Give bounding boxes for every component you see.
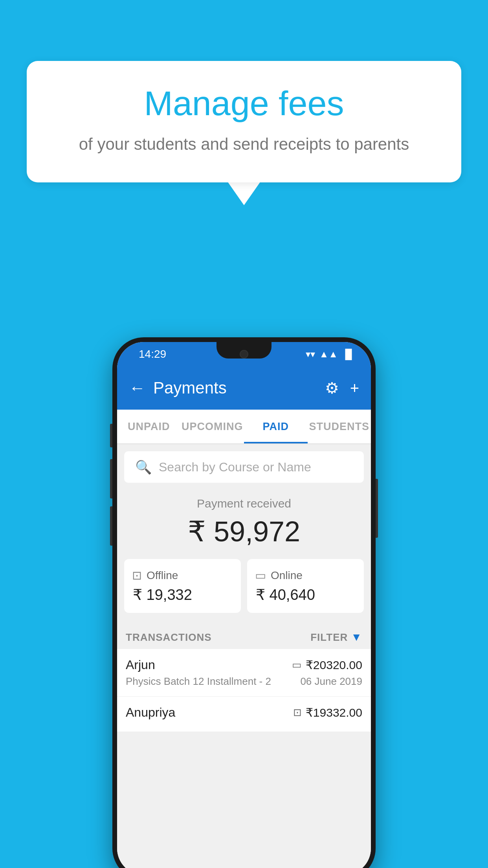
payment-received-label: Payment received xyxy=(124,497,364,510)
online-card-header: ▭ Online xyxy=(255,568,303,582)
transaction-date: 06 June 2019 xyxy=(300,675,362,688)
wifi-icon: ▾▾ xyxy=(306,349,315,360)
search-placeholder: Search by Course or Name xyxy=(159,460,311,474)
online-card: ▭ Online ₹ 40,640 xyxy=(247,559,364,613)
app-bar: ← Payments ⚙ + xyxy=(117,366,371,410)
status-icons: ▾▾ ▲▲ ▐▌ xyxy=(306,349,355,360)
phone-side-btn-volume-down2 xyxy=(110,506,112,546)
transactions-label: TRANSACTIONS xyxy=(126,631,212,644)
transaction-amount: ₹19332.00 xyxy=(306,706,362,719)
transaction-course: Physics Batch 12 Installment - 2 xyxy=(126,675,271,688)
online-amount: ₹ 40,640 xyxy=(255,586,315,603)
speech-bubble-container: Manage fees of your students and send re… xyxy=(27,61,461,205)
transaction-amount-section: ⊡ ₹19332.00 xyxy=(293,706,362,719)
phone-notch xyxy=(216,342,272,359)
payment-amount: ₹ 59,972 xyxy=(124,515,364,548)
offline-label: Offline xyxy=(147,569,178,582)
online-label: Online xyxy=(271,569,303,582)
transactions-header: TRANSACTIONS FILTER ▼ xyxy=(117,622,371,649)
speech-bubble-arrow xyxy=(227,182,261,205)
table-row[interactable]: Arjun ▭ ₹20320.00 Physics Batch 12 Insta… xyxy=(117,649,371,697)
phone-side-btn-volume-down xyxy=(110,459,112,498)
transaction-row-bottom: Physics Batch 12 Installment - 2 06 June… xyxy=(126,675,362,688)
transaction-row-top: Arjun ▭ ₹20320.00 xyxy=(126,658,362,672)
tabs-bar: UNPAID UPCOMING PAID STUDENTS xyxy=(117,410,371,444)
signal-icon: ▲▲ xyxy=(319,349,338,360)
transaction-payment-icon: ▭ xyxy=(292,659,302,671)
tab-upcoming[interactable]: UPCOMING xyxy=(181,410,244,443)
payment-cards: ⊡ Offline ₹ 19,332 ▭ Online ₹ 40,640 xyxy=(124,559,364,613)
transaction-amount-section: ▭ ₹20320.00 xyxy=(292,658,362,672)
filter-button[interactable]: FILTER ▼ xyxy=(310,631,362,644)
phone-camera xyxy=(240,350,248,359)
battery-icon: ▐▌ xyxy=(342,349,355,360)
speech-bubble-subtitle: of your students and send receipts to pa… xyxy=(58,134,430,155)
settings-icon[interactable]: ⚙ xyxy=(325,379,339,397)
transaction-list: Arjun ▭ ₹20320.00 Physics Batch 12 Insta… xyxy=(117,649,371,732)
phone-side-btn-volume-up xyxy=(110,424,112,447)
online-icon: ▭ xyxy=(255,568,266,582)
app-title: Payments xyxy=(153,379,325,397)
speech-bubble: Manage fees of your students and send re… xyxy=(27,61,461,182)
phone-mockup: 14:29 ▾▾ ▲▲ ▐▌ ← Payments ⚙ + UNPAID UPC… xyxy=(112,337,376,868)
add-icon[interactable]: + xyxy=(350,379,359,397)
offline-card: ⊡ Offline ₹ 19,332 xyxy=(124,559,241,613)
tab-paid[interactable]: PAID xyxy=(244,410,308,443)
filter-label: FILTER xyxy=(310,631,348,644)
transaction-payment-icon: ⊡ xyxy=(293,706,302,719)
phone-screen: 14:29 ▾▾ ▲▲ ▐▌ ← Payments ⚙ + UNPAID UPC… xyxy=(117,342,371,868)
filter-icon: ▼ xyxy=(351,631,362,644)
search-icon: 🔍 xyxy=(135,459,152,475)
app-bar-actions: ⚙ + xyxy=(325,379,359,397)
speech-bubble-title: Manage fees xyxy=(58,85,430,123)
phone-side-btn-power xyxy=(376,479,378,538)
table-row[interactable]: Anupriya ⊡ ₹19332.00 xyxy=(117,697,371,732)
transaction-name: Arjun xyxy=(126,658,155,672)
transaction-row-top: Anupriya ⊡ ₹19332.00 xyxy=(126,705,362,720)
transaction-name: Anupriya xyxy=(126,705,175,720)
offline-icon: ⊡ xyxy=(132,568,142,582)
tab-students[interactable]: STUDENTS xyxy=(308,410,371,443)
transaction-amount: ₹20320.00 xyxy=(306,658,362,672)
search-bar[interactable]: 🔍 Search by Course or Name xyxy=(124,451,364,483)
offline-amount: ₹ 19,332 xyxy=(132,586,192,603)
tab-unpaid[interactable]: UNPAID xyxy=(117,410,181,443)
back-button[interactable]: ← xyxy=(129,379,145,397)
offline-card-header: ⊡ Offline xyxy=(132,568,178,582)
status-time: 14:29 xyxy=(139,348,166,360)
content-area: 🔍 Search by Course or Name Payment recei… xyxy=(117,444,371,868)
payment-received-section: Payment received ₹ 59,972 ⊡ Offline ₹ 19… xyxy=(117,483,371,622)
